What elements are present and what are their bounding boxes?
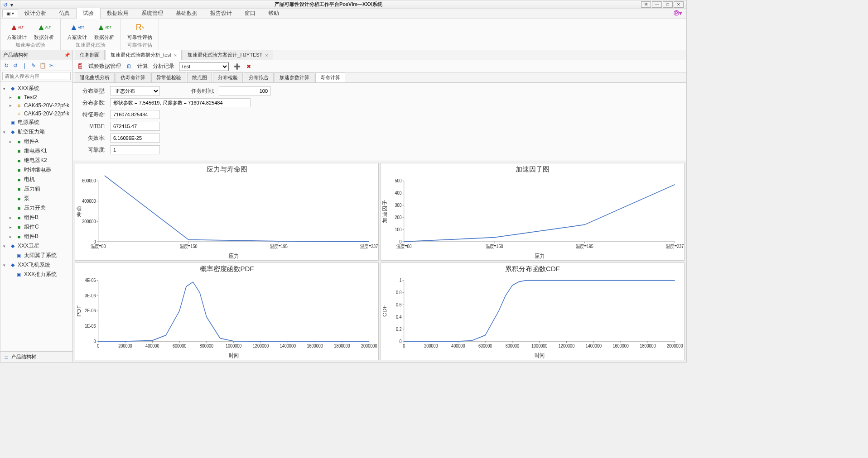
qat-icon[interactable]: ▾ <box>10 2 16 7</box>
ribbon-btn-0-1[interactable]: ▲ALT数据分析 <box>31 20 57 42</box>
ribbon-btn-2-0[interactable]: RA可靠性评估 <box>125 20 155 42</box>
calc-icon[interactable]: 🗓 <box>125 63 133 70</box>
svg-text:800000: 800000 <box>506 344 520 349</box>
svg-text:600000: 600000 <box>82 178 96 184</box>
menu-3[interactable]: 数据应用 <box>101 8 135 19</box>
dist-type-select[interactable]: 正态分布 <box>110 86 160 95</box>
close-icon[interactable]: × <box>265 52 268 58</box>
menu-8[interactable]: 帮助 <box>262 8 285 19</box>
tree-item-1[interactable]: ▸■Test2 <box>0 93 72 101</box>
tree-tool-5[interactable]: ✂ <box>48 62 55 69</box>
sub-tab-6[interactable]: 加速参数计算 <box>275 72 314 82</box>
tree-item-20[interactable]: ▣XXX推力系统 <box>0 270 72 279</box>
tree-tool-3[interactable]: ✎ <box>30 62 37 69</box>
tree-item-18[interactable]: ▣太阳翼子系统 <box>0 251 72 260</box>
doc-tab-0[interactable]: 任务剖面 <box>75 50 105 60</box>
sub-tab-3[interactable]: 散点图 <box>187 72 212 82</box>
window-title: 产品可靠性设计分析工作平台PosVim—XXX系统 <box>16 1 641 8</box>
tree-item-7[interactable]: ■继电器K1 <box>0 146 72 156</box>
tree-item-4[interactable]: ▣电源系统 <box>0 118 72 127</box>
svg-text:200: 200 <box>395 215 402 220</box>
sub-tab-4[interactable]: 分布检验 <box>213 72 243 82</box>
menu-6[interactable]: 报告设计 <box>204 8 238 19</box>
chart-title: 概率密度函数PDF <box>75 263 378 275</box>
tree-item-8[interactable]: ■继电器K2 <box>0 156 72 165</box>
add-record-icon[interactable]: ➕ <box>233 63 241 70</box>
search-input[interactable] <box>2 72 71 80</box>
sub-tab-2[interactable]: 异常值检验 <box>151 72 186 82</box>
tree-item-15[interactable]: ▸■组件C <box>0 222 72 232</box>
menu-file-icon[interactable]: ▣ ▾ <box>2 10 18 17</box>
mtbf-input[interactable] <box>110 122 160 131</box>
tree-item-5[interactable]: ▾◆航空压力箱 <box>0 127 72 137</box>
char-life-input[interactable] <box>110 110 160 119</box>
sub-tab-7[interactable]: 寿命计算 <box>315 72 345 82</box>
tree-item-3[interactable]: ≡CAK45-20V-22pf-k <box>0 110 72 118</box>
tree-item-12[interactable]: ■泵 <box>0 194 72 203</box>
reliability-input[interactable] <box>110 145 160 154</box>
tree-caret-icon[interactable]: ▸ <box>10 234 14 239</box>
sidebar-footer[interactable]: ☰ 产品结构树 <box>0 351 72 362</box>
menu-7[interactable]: 窗口 <box>238 8 262 19</box>
tree-item-2[interactable]: ▸≡CAK45-20V-22pf-k <box>0 101 72 110</box>
doc-tab-1[interactable]: 加速退化试验数据分析_test× <box>106 50 182 60</box>
tree-item-10[interactable]: ■电机 <box>0 175 72 184</box>
minimize-button[interactable]: — <box>652 1 662 8</box>
tree-tool-1[interactable]: ↺ <box>12 62 19 69</box>
tree-item-6[interactable]: ▸■组件A <box>0 137 72 146</box>
tree-caret-icon[interactable]: ▸ <box>10 225 14 229</box>
sub-tab-0[interactable]: 退化曲线分析 <box>75 72 115 82</box>
tree-tool-4[interactable]: 📋 <box>39 62 46 69</box>
analysis-sub-tabs: 退化曲线分析伪寿命计算异常值检验散点图分布检验分布拟合加速参数计算寿命计算 <box>73 73 686 83</box>
db-icon[interactable]: 🗄 <box>77 63 84 70</box>
dist-param-input[interactable] <box>110 98 251 107</box>
tree-caret-icon[interactable]: ▾ <box>3 130 8 134</box>
close-icon[interactable]: × <box>174 52 177 58</box>
tree-caret-icon[interactable]: ▾ <box>3 244 8 248</box>
char-life-label: 特征寿命: <box>78 111 106 119</box>
tree-caret-icon[interactable]: ▸ <box>10 95 14 100</box>
menu-5[interactable]: 基础数据 <box>169 8 204 19</box>
tree-item-16[interactable]: ▸■组件B <box>0 232 72 241</box>
ribbon-btn-1-1[interactable]: ▲ADT数据分析 <box>92 20 117 42</box>
maximize-button[interactable]: □ <box>663 1 673 8</box>
menu-1[interactable]: 仿真 <box>53 8 76 19</box>
tree-item-13[interactable]: ■压力开关 <box>0 203 72 213</box>
tree-node-label: XXX推力系统 <box>24 271 57 278</box>
tree-item-9[interactable]: ■时钟继电器 <box>0 165 72 175</box>
svg-text:1400000: 1400000 <box>586 344 602 349</box>
calc-label[interactable]: 计算 <box>137 62 148 70</box>
tree-caret-icon[interactable]: ▸ <box>10 139 14 144</box>
menu-2[interactable]: 试验 <box>76 8 101 19</box>
sub-tab-5[interactable]: 分布拟合 <box>244 72 274 82</box>
pin-icon[interactable]: 📌 <box>64 52 70 57</box>
tree-caret-icon[interactable]: ▾ <box>3 263 8 267</box>
delete-record-icon[interactable]: ✖ <box>245 63 252 70</box>
ribbon-btn-1-0[interactable]: ▲ADT方案设计 <box>64 20 90 42</box>
menu-right-icon[interactable]: ⓟ▾ <box>674 10 685 17</box>
tree-caret-icon[interactable]: ▸ <box>10 215 14 220</box>
task-time-input[interactable] <box>219 86 271 95</box>
undock-button[interactable]: ⧉ <box>641 1 651 8</box>
tree-item-14[interactable]: ▸■组件B <box>0 213 72 222</box>
tree-node-label: 组件C <box>24 223 39 231</box>
tree-item-11[interactable]: ■压力箱 <box>0 184 72 194</box>
tree-node-icon: ■ <box>16 234 22 240</box>
record-select[interactable]: Test <box>179 62 229 71</box>
tree-tool-0[interactable]: ↻ <box>3 62 10 69</box>
failure-rate-input[interactable] <box>110 134 160 143</box>
chart-panel-2: 概率密度函数PDF01E-062E-063E-064E-060200000400… <box>75 262 379 360</box>
menu-4[interactable]: 系统管理 <box>135 8 169 19</box>
doc-tab-2[interactable]: 加速退化试验方案设计_HJYTEST× <box>183 50 273 60</box>
tree-item-17[interactable]: ▾◆XXX卫星 <box>0 241 72 251</box>
sub-tab-1[interactable]: 伪寿命计算 <box>116 72 150 82</box>
tree-caret-icon[interactable]: ▸ <box>10 103 14 108</box>
menu-0[interactable]: 设计分析 <box>18 8 53 19</box>
close-button[interactable]: ✕ <box>674 1 684 8</box>
tree-caret-icon[interactable]: ▾ <box>3 86 8 91</box>
tree-node-icon: ■ <box>16 138 22 145</box>
ribbon-btn-0-0[interactable]: ▲ALT方案设计 <box>4 20 29 42</box>
tree-item-19[interactable]: ▾◆XXX飞机系统 <box>0 260 72 270</box>
db-label[interactable]: 试验数据管理 <box>88 62 121 70</box>
tree-item-0[interactable]: ▾◆XXX系统 <box>0 84 72 93</box>
